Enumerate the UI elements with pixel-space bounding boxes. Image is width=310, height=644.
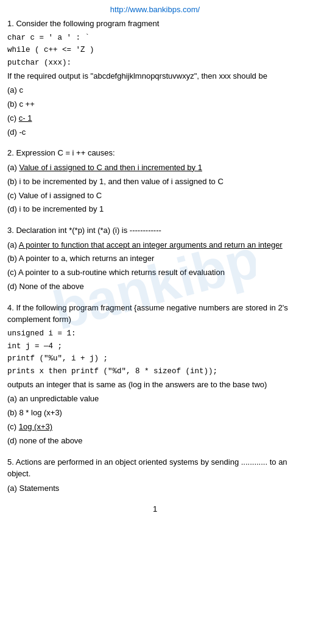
q4-code-3: printf ("%u", i + j) ; [7,353,303,365]
q1-option-a: (a) c [7,84,303,97]
question-2: 2. Expression C = i ++ causes: (a) Value… [7,147,303,216]
q3-option-d: (d) None of the above [7,281,303,293]
q4-text: 4. If the following program fragment {as… [7,302,303,326]
q2-option-d: (d) i to be incremented by 1 [7,203,303,216]
header-url[interactable]: http://www.bankibps.com/ [7,5,303,14]
q3-text: 3. Declaration int *(*p) int (*a) (i) is… [7,224,303,237]
q1-extra: If the required output is "abcdefghijklm… [7,70,303,82]
q2-option-c: (c) Value of i assigned to C [7,190,303,202]
q2-text: 2. Expression C = i ++ causes: [7,147,303,159]
q1-code-1: char c = ' a ' : ` [7,32,303,44]
page-number: 1 [7,504,303,513]
q5-option-a: (a) Statements [7,482,303,495]
q1-text: 1. Consider the following program fragme… [7,18,303,30]
q2-option-b: (b) i to be incremented by 1, and then v… [7,176,303,188]
questions-container: 1. Consider the following program fragme… [7,18,303,495]
q1-option-b: (b) c ++ [7,98,303,111]
q3-option-a: (a) A pointer to function that accept an… [7,239,303,252]
question-4: 4. If the following program fragment {as… [7,302,303,448]
q3-option-c: (c) A pointer to a sub-routine which ret… [7,267,303,279]
q4-option-d: (d) none of the above [7,435,303,448]
q1-option-c: (c) c- 1 [7,112,303,125]
q4-option-a: (a) an unpredictable value [7,393,303,406]
q4-code-4: prints x then printf ("%d", 8 * sizeof (… [7,366,303,377]
q5-text: 5. Actions are performed in an object or… [7,456,303,480]
q1-code-3: putchar (xxx): [7,57,303,69]
q1-option-d: (d) -c [7,126,303,139]
q4-code-1: unsigned i = 1: [7,328,303,340]
q3-option-b: (b) A pointer to a, which returns an int… [7,252,303,265]
q2-option-a: (a) Value of i assigned to C and then i … [7,162,303,174]
q4-option-c: (c) 1og (x+3) [7,421,303,434]
question-1: 1. Consider the following program fragme… [7,18,303,138]
question-5: 5. Actions are performed in an object or… [7,456,303,495]
q4-extra: outputs an integer that is same as (log … [7,379,303,391]
question-3: 3. Declaration int *(*p) int (*a) (i) is… [7,224,303,293]
q1-code-2: while ( c++ <= 'Z ) [7,45,303,56]
q4-option-b: (b) 8 * log (x+3) [7,407,303,420]
q4-code-2: int j = —4 ; [7,341,303,352]
